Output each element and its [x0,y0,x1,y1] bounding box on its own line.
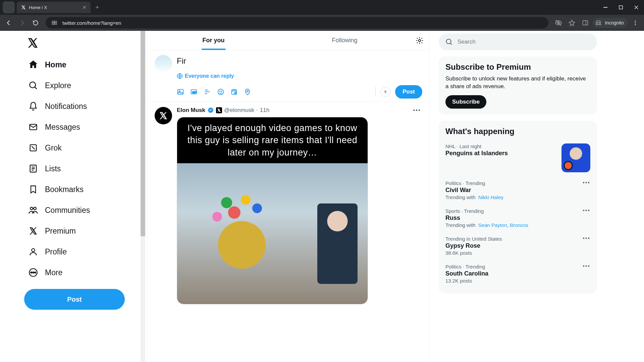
search-input[interactable] [458,39,590,45]
nav-label: Messages [45,123,80,132]
trend-link[interactable]: Nikki Haley [478,194,503,200]
svg-point-10 [635,24,636,25]
browser-tab[interactable]: Home / X ✕ [17,2,91,13]
svg-point-8 [635,20,636,21]
trend-sub: 13.2K posts [445,278,590,284]
chrome-menu-button[interactable] [629,17,641,29]
search-box[interactable] [439,34,597,50]
svg-rect-3 [55,21,57,23]
mail-icon [28,122,38,132]
tweet-avatar[interactable] [155,107,172,124]
subscribe-button[interactable]: Subscribe [445,95,486,109]
close-tab-icon[interactable]: ✕ [83,5,87,10]
tab-label: Following [332,37,357,44]
address-bar[interactable] [46,17,548,28]
trend-title: South Carolina [445,270,590,277]
nav-premium[interactable]: Premium [24,221,141,241]
trend-more-button[interactable]: ••• [583,263,590,269]
premium-card: Subscribe to Premium Subscribe to unlock… [439,56,597,115]
nav-communities[interactable]: Communities [24,200,141,221]
site-info-icon[interactable] [50,18,59,27]
trend-item[interactable]: Politics · Trending South Carolina 13.2K… [445,260,590,288]
window-close-button[interactable] [629,0,644,15]
nav-label: Profile [45,247,67,256]
trend-more-button[interactable]: ••• [583,180,590,186]
trend-item[interactable]: Politics · Trending Civil War Trending w… [445,176,590,204]
nav-bookmarks[interactable]: Bookmarks [24,179,141,200]
url-input[interactable] [62,20,544,26]
trend-more-button[interactable]: ••• [583,207,590,214]
nav-profile[interactable]: Profile [24,241,141,262]
tweet-composer: Everyone can reply GIF + Post [148,50,429,102]
nav-lists[interactable]: Lists [24,158,141,179]
trend-title: Russ [445,215,590,222]
trend-link[interactable]: Sean Payton [478,222,507,228]
emoji-icon[interactable] [217,88,224,96]
nav-reload-button[interactable] [30,17,42,29]
window-maximize-button[interactable] [613,0,629,15]
trend-title: Gypsy Rose [445,242,590,249]
nav-explore[interactable]: Explore [24,75,141,96]
tab-following[interactable]: Following [279,31,410,50]
divider [375,87,376,97]
trend-thumbnail [561,143,590,172]
trend-item[interactable]: Sports · Trending Russ Trending with Sea… [445,204,590,232]
trend-more-button[interactable]: ••• [583,235,590,241]
tweet-author-name[interactable]: Elon Musk [177,107,205,114]
trend-link[interactable]: Broncos [510,222,528,228]
tweet[interactable]: Elon Musk @elonmusk · 11h ••• I've playe… [148,102,429,309]
dot-separator: · [256,107,258,114]
nav-home[interactable]: Home [24,54,141,75]
svg-point-33 [247,90,249,92]
incognito-indicator[interactable]: Incognito [593,18,628,28]
new-tab-button[interactable]: + [93,3,102,12]
tweet-media[interactable]: I've played enough video games to know t… [177,117,368,304]
poll-icon[interactable] [204,88,211,96]
nav-more[interactable]: More [24,262,141,283]
add-thread-button[interactable]: + [380,87,390,97]
lists-icon [28,164,38,174]
svg-point-22 [419,39,421,41]
x-logo[interactable] [24,34,42,52]
nav-label: More [45,268,62,277]
compose-post-button[interactable]: Post [395,85,422,99]
trend-item[interactable]: Trending in United States Gypsy Rose 38.… [445,232,590,260]
nav-notifications[interactable]: Notifications [24,96,141,117]
page-scrollbar[interactable] [141,31,145,362]
schedule-icon[interactable] [230,88,238,96]
trend-sub: 38.6K posts [445,250,590,256]
tweet-author-handle[interactable]: @elonmusk [224,107,254,114]
tracking-blocked-icon[interactable] [552,17,565,29]
svg-point-9 [635,22,636,23]
tab-label: For you [203,37,225,44]
search-icon [445,38,453,46]
nav-label: Home [45,60,66,69]
trend-meta: Sports · Trending [445,208,590,214]
happening-heading: What's happening [445,127,590,136]
tweet-more-button[interactable]: ••• [412,107,422,114]
post-button[interactable]: Post [24,289,125,310]
reply-scope-button[interactable]: Everyone can reply [177,73,234,79]
user-avatar[interactable] [155,55,172,72]
nav-messages[interactable]: Messages [24,117,141,137]
timeline-settings-button[interactable] [410,37,429,45]
nav-back-button[interactable] [3,17,15,29]
svg-rect-7 [583,20,588,25]
incognito-label: Incognito [605,20,624,25]
trend-item[interactable]: NHL · Last night Penguins at Islanders [445,139,590,176]
bookmark-star-icon[interactable] [566,17,578,29]
nav-grok[interactable]: Grok [24,137,141,158]
svg-point-15 [30,207,33,210]
compose-input[interactable] [177,55,422,67]
window-minimize-button[interactable] [598,0,613,15]
meme-image [177,163,368,304]
tab-for-you[interactable]: For you [148,31,279,50]
tab-search-button[interactable] [3,1,15,13]
sidepanel-icon[interactable] [579,17,591,29]
tweet-time[interactable]: 11h [260,107,269,114]
svg-rect-0 [603,7,607,8]
media-icon[interactable] [177,88,184,96]
more-icon [28,267,38,278]
location-icon[interactable] [244,88,251,96]
gif-icon[interactable]: GIF [190,88,198,96]
